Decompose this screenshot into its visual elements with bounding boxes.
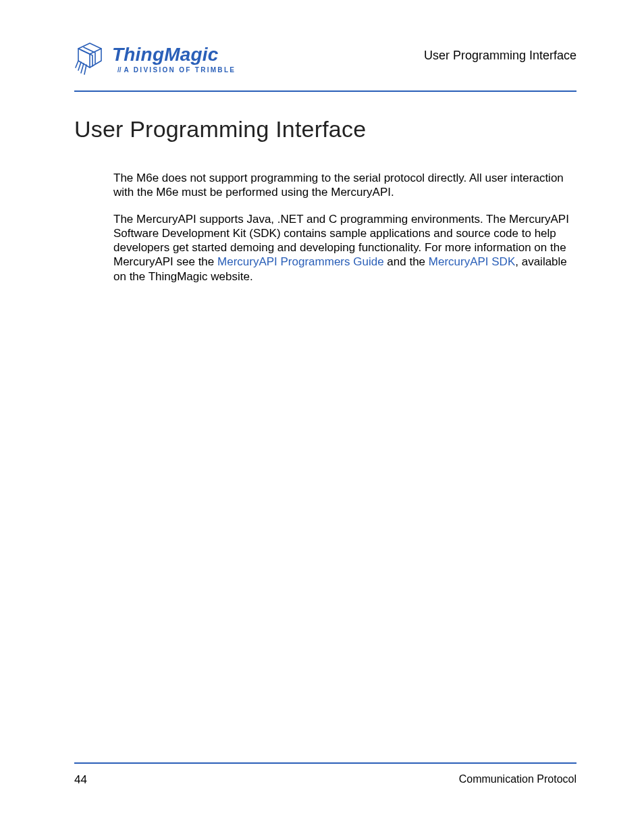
footer-chapter-title: Communication Protocol [459, 773, 576, 787]
svg-line-2 [76, 61, 78, 68]
svg-line-3 [78, 62, 81, 70]
svg-line-5 [84, 65, 86, 74]
svg-line-4 [81, 63, 84, 73]
page-number: 44 [74, 773, 87, 787]
mercuryapi-guide-link[interactable]: MercuryAPI Programmers Guide [217, 255, 384, 268]
mercuryapi-sdk-link[interactable]: MercuryAPI SDK [429, 255, 515, 268]
thingmagic-cube-icon [74, 41, 105, 78]
brand-tagline: //A DIVISION OF TRIMBLE [117, 67, 236, 74]
body-content: The M6e does not support programming to … [113, 171, 576, 284]
brand-logo: ThingMagic //A DIVISION OF TRIMBLE [74, 41, 236, 78]
paragraph-2: The MercuryAPI supports Java, .NET and C… [113, 212, 576, 284]
brand-text: ThingMagic //A DIVISION OF TRIMBLE [112, 45, 236, 74]
brand-name: ThingMagic [112, 45, 236, 64]
page-title: User Programming Interface [74, 116, 576, 142]
header-section-title: User Programming Interface [424, 49, 576, 63]
paragraph-1: The M6e does not support programming to … [113, 171, 576, 200]
page-header: ThingMagic //A DIVISION OF TRIMBLE User … [74, 41, 576, 92]
document-page: ThingMagic //A DIVISION OF TRIMBLE User … [0, 0, 644, 834]
page-footer: 44 Communication Protocol [74, 762, 576, 787]
para2-text-b: and the [384, 255, 429, 268]
tagline-slashes: // [117, 66, 122, 74]
tagline-text: A DIVISION OF TRIMBLE [124, 66, 236, 74]
